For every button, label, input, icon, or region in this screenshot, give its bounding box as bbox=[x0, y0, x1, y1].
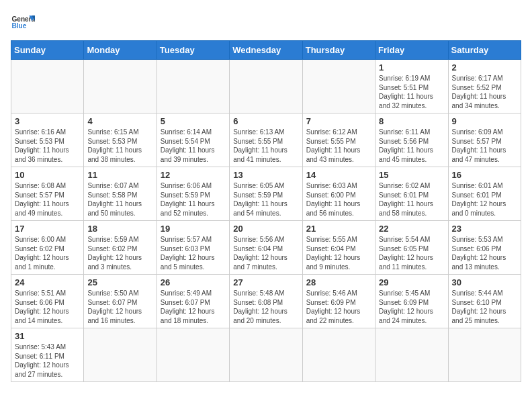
day-info: Sunrise: 5:44 AM Sunset: 6:10 PM Dayligh… bbox=[452, 289, 517, 325]
day-cell: 13Sunrise: 6:05 AM Sunset: 5:59 PM Dayli… bbox=[230, 167, 302, 221]
day-info: Sunrise: 6:15 AM Sunset: 5:53 PM Dayligh… bbox=[87, 128, 152, 164]
day-cell: 5Sunrise: 6:14 AM Sunset: 5:54 PM Daylig… bbox=[157, 113, 229, 167]
week-row-3: 17Sunrise: 6:00 AM Sunset: 6:02 PM Dayli… bbox=[11, 221, 521, 275]
day-number: 17 bbox=[15, 224, 80, 234]
day-cell bbox=[375, 328, 448, 382]
logo: General Blue bbox=[11, 11, 35, 35]
day-cell: 10Sunrise: 6:08 AM Sunset: 5:57 PM Dayli… bbox=[11, 167, 84, 221]
calendar-table: SundayMondayTuesdayWednesdayThursdayFrid… bbox=[11, 40, 521, 382]
day-cell bbox=[448, 328, 521, 382]
day-cell: 8Sunrise: 6:11 AM Sunset: 5:56 PM Daylig… bbox=[375, 113, 448, 167]
day-number: 29 bbox=[379, 277, 444, 287]
day-cell: 3Sunrise: 6:16 AM Sunset: 5:53 PM Daylig… bbox=[11, 113, 84, 167]
day-cell: 6Sunrise: 6:13 AM Sunset: 5:55 PM Daylig… bbox=[230, 113, 302, 167]
day-info: Sunrise: 6:17 AM Sunset: 5:52 PM Dayligh… bbox=[452, 74, 517, 110]
day-info: Sunrise: 6:12 AM Sunset: 5:55 PM Dayligh… bbox=[306, 128, 371, 164]
day-number: 21 bbox=[306, 224, 371, 234]
day-cell: 2Sunrise: 6:17 AM Sunset: 5:52 PM Daylig… bbox=[448, 60, 521, 113]
week-row-0: 1Sunrise: 6:19 AM Sunset: 5:51 PM Daylig… bbox=[11, 60, 521, 113]
day-cell: 9Sunrise: 6:09 AM Sunset: 5:57 PM Daylig… bbox=[448, 113, 521, 167]
day-info: Sunrise: 5:55 AM Sunset: 6:04 PM Dayligh… bbox=[306, 235, 371, 271]
day-number: 24 bbox=[15, 277, 80, 287]
day-cell: 14Sunrise: 6:03 AM Sunset: 6:00 PM Dayli… bbox=[302, 167, 375, 221]
day-header-sunday: Sunday bbox=[11, 41, 84, 60]
day-number: 27 bbox=[233, 277, 298, 287]
day-cell: 11Sunrise: 6:07 AM Sunset: 5:58 PM Dayli… bbox=[84, 167, 157, 221]
day-number: 5 bbox=[161, 116, 226, 126]
day-info: Sunrise: 5:48 AM Sunset: 6:08 PM Dayligh… bbox=[233, 289, 298, 325]
day-number: 14 bbox=[306, 170, 371, 180]
day-number: 31 bbox=[15, 331, 80, 341]
day-cell: 27Sunrise: 5:48 AM Sunset: 6:08 PM Dayli… bbox=[230, 275, 302, 328]
day-number: 30 bbox=[452, 277, 517, 287]
day-cell: 30Sunrise: 5:44 AM Sunset: 6:10 PM Dayli… bbox=[448, 275, 521, 328]
day-header-wednesday: Wednesday bbox=[230, 41, 302, 60]
day-cell: 29Sunrise: 5:45 AM Sunset: 6:09 PM Dayli… bbox=[375, 275, 448, 328]
day-number: 28 bbox=[306, 277, 371, 287]
day-info: Sunrise: 5:53 AM Sunset: 6:06 PM Dayligh… bbox=[452, 235, 517, 271]
day-info: Sunrise: 6:06 AM Sunset: 5:59 PM Dayligh… bbox=[161, 181, 226, 218]
day-header-friday: Friday bbox=[375, 41, 448, 60]
day-cell: 21Sunrise: 5:55 AM Sunset: 6:04 PM Dayli… bbox=[302, 221, 375, 275]
day-number: 10 bbox=[15, 170, 80, 180]
day-number: 2 bbox=[452, 62, 517, 73]
page-container: General Blue SundayMondayTuesdayWednesda… bbox=[11, 11, 521, 382]
day-cell bbox=[302, 328, 375, 382]
day-cell: 20Sunrise: 5:56 AM Sunset: 6:04 PM Dayli… bbox=[230, 221, 302, 275]
day-header-thursday: Thursday bbox=[302, 41, 375, 60]
day-number: 9 bbox=[452, 116, 517, 126]
day-cell bbox=[157, 328, 229, 382]
day-cell: 4Sunrise: 6:15 AM Sunset: 5:53 PM Daylig… bbox=[84, 113, 157, 167]
day-info: Sunrise: 6:07 AM Sunset: 5:58 PM Dayligh… bbox=[87, 181, 152, 218]
day-number: 22 bbox=[379, 224, 444, 234]
day-number: 26 bbox=[161, 277, 226, 287]
day-cell: 7Sunrise: 6:12 AM Sunset: 5:55 PM Daylig… bbox=[302, 113, 375, 167]
day-number: 18 bbox=[87, 224, 152, 234]
header: General Blue bbox=[11, 11, 521, 35]
day-number: 16 bbox=[452, 170, 517, 180]
day-cell: 31Sunrise: 5:43 AM Sunset: 6:11 PM Dayli… bbox=[11, 328, 84, 382]
day-cell bbox=[84, 328, 157, 382]
day-cell: 15Sunrise: 6:02 AM Sunset: 6:01 PM Dayli… bbox=[375, 167, 448, 221]
day-number: 3 bbox=[15, 116, 80, 126]
day-cell bbox=[230, 328, 302, 382]
day-number: 1 bbox=[379, 62, 444, 73]
week-row-2: 10Sunrise: 6:08 AM Sunset: 5:57 PM Dayli… bbox=[11, 167, 521, 221]
day-info: Sunrise: 5:43 AM Sunset: 6:11 PM Dayligh… bbox=[15, 342, 80, 379]
day-info: Sunrise: 5:49 AM Sunset: 6:07 PM Dayligh… bbox=[161, 289, 226, 325]
week-row-4: 24Sunrise: 5:51 AM Sunset: 6:06 PM Dayli… bbox=[11, 275, 521, 328]
day-cell: 28Sunrise: 5:46 AM Sunset: 6:09 PM Dayli… bbox=[302, 275, 375, 328]
day-info: Sunrise: 6:05 AM Sunset: 5:59 PM Dayligh… bbox=[233, 181, 298, 218]
day-header-saturday: Saturday bbox=[448, 41, 521, 60]
day-cell bbox=[230, 60, 302, 113]
day-cell: 16Sunrise: 6:01 AM Sunset: 6:01 PM Dayli… bbox=[448, 167, 521, 221]
day-info: Sunrise: 5:46 AM Sunset: 6:09 PM Dayligh… bbox=[306, 289, 371, 325]
day-info: Sunrise: 5:57 AM Sunset: 6:03 PM Dayligh… bbox=[161, 235, 226, 271]
day-info: Sunrise: 6:02 AM Sunset: 6:01 PM Dayligh… bbox=[379, 181, 444, 218]
day-number: 11 bbox=[87, 170, 152, 180]
day-number: 4 bbox=[87, 116, 152, 126]
svg-text:Blue: Blue bbox=[11, 22, 26, 30]
day-header-tuesday: Tuesday bbox=[157, 41, 229, 60]
day-cell bbox=[157, 60, 229, 113]
day-info: Sunrise: 5:54 AM Sunset: 6:05 PM Dayligh… bbox=[379, 235, 444, 271]
day-number: 19 bbox=[161, 224, 226, 234]
logo-icon: General Blue bbox=[11, 11, 35, 35]
day-info: Sunrise: 6:08 AM Sunset: 5:57 PM Dayligh… bbox=[15, 181, 80, 218]
day-cell: 19Sunrise: 5:57 AM Sunset: 6:03 PM Dayli… bbox=[157, 221, 229, 275]
day-info: Sunrise: 6:13 AM Sunset: 5:55 PM Dayligh… bbox=[233, 128, 298, 164]
day-cell: 22Sunrise: 5:54 AM Sunset: 6:05 PM Dayli… bbox=[375, 221, 448, 275]
day-number: 12 bbox=[161, 170, 226, 180]
day-info: Sunrise: 6:19 AM Sunset: 5:51 PM Dayligh… bbox=[379, 74, 444, 110]
day-number: 23 bbox=[452, 224, 517, 234]
day-cell: 18Sunrise: 5:59 AM Sunset: 6:02 PM Dayli… bbox=[84, 221, 157, 275]
day-info: Sunrise: 5:59 AM Sunset: 6:02 PM Dayligh… bbox=[87, 235, 152, 271]
day-number: 15 bbox=[379, 170, 444, 180]
day-cell: 25Sunrise: 5:50 AM Sunset: 6:07 PM Dayli… bbox=[84, 275, 157, 328]
day-cell: 26Sunrise: 5:49 AM Sunset: 6:07 PM Dayli… bbox=[157, 275, 229, 328]
day-info: Sunrise: 6:14 AM Sunset: 5:54 PM Dayligh… bbox=[161, 128, 226, 164]
day-cell: 12Sunrise: 6:06 AM Sunset: 5:59 PM Dayli… bbox=[157, 167, 229, 221]
day-info: Sunrise: 6:01 AM Sunset: 6:01 PM Dayligh… bbox=[452, 181, 517, 218]
day-info: Sunrise: 6:03 AM Sunset: 6:00 PM Dayligh… bbox=[306, 181, 371, 218]
day-info: Sunrise: 5:50 AM Sunset: 6:07 PM Dayligh… bbox=[87, 289, 152, 325]
